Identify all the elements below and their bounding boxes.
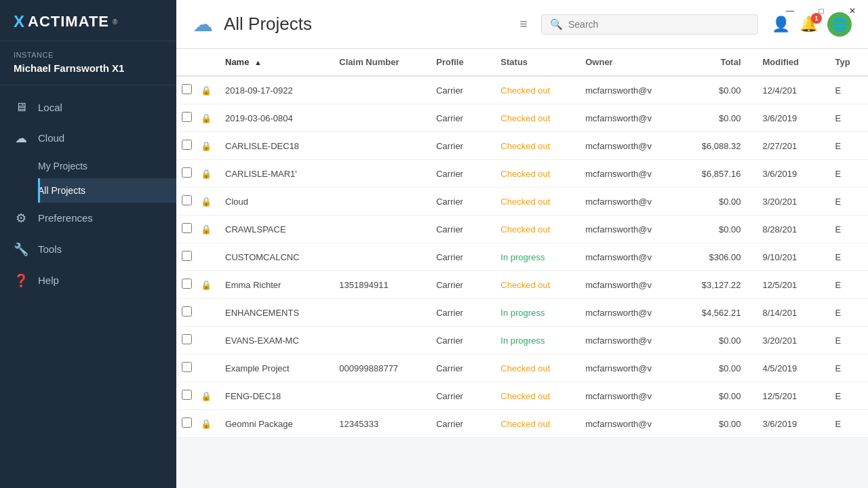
row-modified: 3/20/201 [752, 188, 825, 216]
table-row: 🔒 CRAWLSPACE Carrier Checked out mcfarns… [176, 216, 868, 243]
row-total: $306.00 [679, 243, 751, 271]
tools-icon: 🔧 [14, 242, 28, 257]
search-bar: 🔍 [541, 14, 758, 35]
close-button[interactable]: ✕ [837, 0, 868, 22]
row-checkbox[interactable] [182, 112, 192, 122]
row-total: $0.00 [679, 327, 751, 354]
row-type: E [825, 76, 868, 104]
row-claim [328, 243, 425, 271]
row-lock-cell: 🔒 [198, 132, 214, 160]
col-header-name[interactable]: Name ▲ [214, 49, 328, 76]
logo[interactable]: XACTIMATE® [14, 12, 163, 31]
instance-label: Instance [14, 51, 163, 59]
row-checkbox-cell[interactable] [176, 160, 198, 188]
row-owner: mcfarnsworth@v [574, 299, 679, 327]
lock-icon: 🔒 [201, 280, 212, 290]
sidebar-item-preferences[interactable]: ⚙ Preferences [0, 203, 176, 234]
sidebar-item-local-label: Local [38, 102, 62, 113]
row-checkbox-cell[interactable] [176, 76, 198, 104]
row-owner: mcfarnsworth@v [574, 382, 679, 410]
sidebar-item-help[interactable]: ❓ Help [0, 265, 176, 296]
sidebar-item-local[interactable]: 🖥 Local [0, 92, 176, 123]
col-header-total[interactable]: Total [679, 49, 751, 76]
row-checkbox[interactable] [182, 84, 192, 94]
status-badge: Checked out [500, 197, 550, 207]
row-checkbox[interactable] [182, 306, 192, 317]
notifications-icon[interactable]: 🔔 1 [800, 16, 818, 33]
row-owner: mcfarnsworth@v [574, 104, 679, 132]
col-header-modified[interactable]: Modified [752, 49, 825, 76]
row-name[interactable]: EVANS-EXAM-MC [214, 327, 328, 354]
row-checkbox-cell[interactable] [176, 243, 198, 271]
row-checkbox-cell[interactable] [176, 188, 198, 216]
row-checkbox[interactable] [182, 140, 192, 150]
filter-icon[interactable]: ≡ [514, 14, 533, 35]
col-header-type[interactable]: Typ [825, 49, 868, 76]
status-badge: Checked out [500, 363, 550, 373]
row-name[interactable]: CARLISLE-MAR1' [214, 160, 328, 188]
row-type: E [825, 132, 868, 160]
row-name[interactable]: FENG-DEC18 [214, 382, 328, 410]
row-lock-cell: 🔒 [198, 216, 214, 243]
row-checkbox[interactable] [182, 279, 192, 289]
row-checkbox-cell[interactable] [176, 216, 198, 243]
row-name[interactable]: 2018-09-17-0922 [214, 76, 328, 104]
status-badge: Checked out [500, 141, 550, 151]
row-name[interactable]: 2019-03-06-0804 [214, 104, 328, 132]
row-checkbox[interactable] [182, 167, 192, 178]
row-profile: Carrier [425, 299, 490, 327]
row-name[interactable]: CUSTOMCALCNC [214, 243, 328, 271]
row-name[interactable]: ENHANCEMENTS [214, 299, 328, 327]
table-row: Example Project 000999888777 Carrier Che… [176, 354, 868, 382]
row-checkbox-cell[interactable] [176, 382, 198, 410]
row-name[interactable]: CRAWLSPACE [214, 216, 328, 243]
row-modified: 3/20/201 [752, 327, 825, 354]
search-input[interactable] [568, 19, 749, 30]
row-checkbox-cell[interactable] [176, 299, 198, 327]
status-badge: Checked out [500, 224, 550, 235]
row-checkbox-cell[interactable] [176, 271, 198, 299]
sidebar-item-cloud[interactable]: ☁ Cloud [0, 123, 176, 154]
row-name[interactable]: Emma Richter [214, 271, 328, 299]
col-header-status[interactable]: Status [490, 49, 574, 76]
row-modified: 8/14/201 [752, 299, 825, 327]
row-lock-cell: 🔒 [198, 104, 214, 132]
row-owner: mcfarnsworth@v [574, 243, 679, 271]
row-checkbox-cell[interactable] [176, 132, 198, 160]
preferences-icon: ⚙ [14, 211, 28, 226]
row-checkbox-cell[interactable] [176, 410, 198, 438]
row-modified: 3/6/2019 [752, 410, 825, 438]
nav-menu: 🖥 Local ☁ Cloud My Projects All Projects… [0, 85, 176, 489]
sidebar-item-tools[interactable]: 🔧 Tools [0, 234, 176, 265]
sidebar-item-my-projects[interactable]: My Projects [38, 154, 176, 178]
row-name[interactable]: Geomni Package [214, 410, 328, 438]
row-checkbox-cell[interactable] [176, 104, 198, 132]
row-checkbox[interactable] [182, 251, 192, 261]
row-owner: mcfarnsworth@v [574, 216, 679, 243]
col-header-claim[interactable]: Claim Number [328, 49, 425, 76]
row-checkbox-cell[interactable] [176, 354, 198, 382]
row-name[interactable]: CARLISLE-DEC18 [214, 132, 328, 160]
row-checkbox[interactable] [182, 390, 192, 400]
row-claim [328, 104, 425, 132]
row-checkbox[interactable] [182, 223, 192, 233]
row-claim [328, 160, 425, 188]
row-checkbox-cell[interactable] [176, 327, 198, 354]
row-checkbox[interactable] [182, 195, 192, 205]
row-name[interactable]: Example Project [214, 354, 328, 382]
row-checkbox[interactable] [182, 362, 192, 372]
row-modified: 3/6/2019 [752, 160, 825, 188]
notification-badge: 1 [811, 13, 822, 24]
row-claim: 12345333 [328, 410, 425, 438]
row-lock-cell [198, 299, 214, 327]
user-profile-icon[interactable]: 👤 [772, 16, 790, 33]
row-name[interactable]: Cloud [214, 188, 328, 216]
row-lock-cell: 🔒 [198, 410, 214, 438]
row-lock-cell: 🔒 [198, 188, 214, 216]
col-header-owner[interactable]: Owner [574, 49, 679, 76]
col-header-profile[interactable]: Profile [425, 49, 490, 76]
sidebar-item-all-projects[interactable]: All Projects [38, 178, 176, 203]
row-checkbox[interactable] [182, 334, 192, 344]
row-checkbox[interactable] [182, 418, 192, 428]
row-modified: 2/27/201 [752, 132, 825, 160]
